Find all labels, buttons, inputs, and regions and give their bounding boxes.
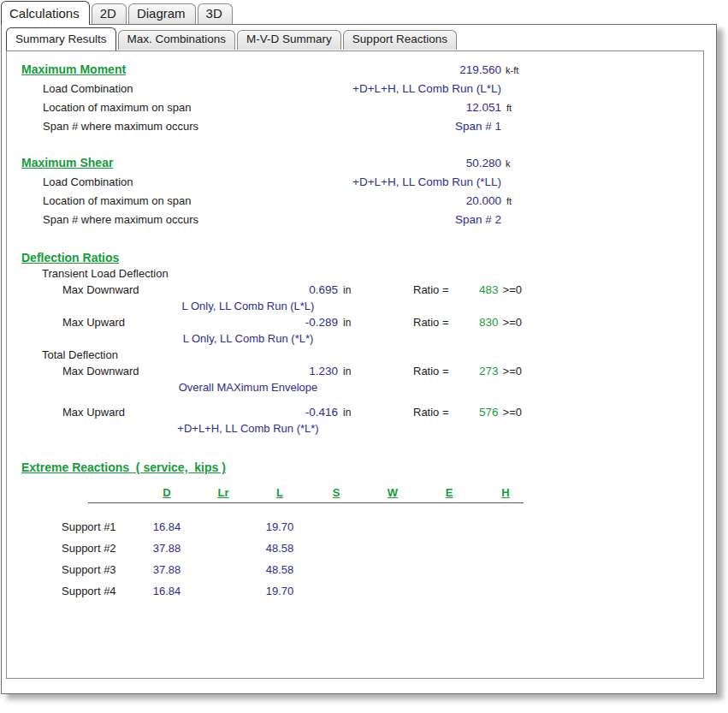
governing-combination: L Only, LL Comb Run (L*L) [62, 300, 434, 316]
column-header-l: L [252, 486, 308, 501]
reaction-cell [477, 597, 534, 600]
main-tab-bar: Calculations 2D Diagram 3D [1, 1, 233, 24]
row-value: Span # 1 [455, 120, 501, 133]
row-label: Span # where maximum occurs [21, 120, 198, 133]
reaction-cell [308, 576, 364, 579]
shear-load-combination-row: Load Combination +D+L+H, LL Comb Run (*L… [21, 175, 540, 194]
transient-max-upward-row: Max Upward -0.289 in Ratio = 830 >=0 [21, 316, 540, 332]
column-header-s: S [308, 486, 364, 501]
reaction-cell [308, 555, 364, 557]
tab-max-combinations[interactable]: Max. Combinations [118, 30, 236, 50]
ratio-suffix: >=0 [499, 406, 522, 419]
tab-mvd-summary[interactable]: M-V-D Summary [237, 30, 341, 50]
table-row: Support #4 16.84 19.70 [62, 579, 540, 600]
tab-diagram[interactable]: Diagram [128, 3, 196, 24]
deflection-value: 1.230 [191, 365, 338, 377]
deflection-unit: in [338, 317, 369, 329]
maximum-moment-row: Maximum Moment 219.560 k-ft [21, 62, 540, 79]
reaction-cell [308, 533, 364, 536]
tab-calculations[interactable]: Calculations [1, 1, 90, 25]
row-label: Max Downward [21, 283, 191, 296]
deflection-ratios-title: Deflection Ratios [21, 251, 119, 264]
calculations-window: Calculations 2D Diagram 3D Summary Resul… [0, 0, 728, 713]
reaction-cell [477, 555, 534, 557]
deflection-unit: in [338, 407, 369, 419]
ratio-suffix: >=0 [499, 283, 522, 296]
reaction-cell [364, 533, 421, 536]
ratio-value: 830 [449, 316, 499, 329]
row-unit: ft [501, 103, 540, 113]
row-value: 20.000 [466, 194, 501, 207]
tab-support-reactions[interactable]: Support Reactions [343, 30, 457, 50]
reaction-cell: 19.70 [252, 585, 308, 600]
summary-results-panel: Maximum Moment 219.560 k-ft Load Combina… [6, 51, 704, 679]
tab-summary-results[interactable]: Summary Results [6, 27, 116, 51]
moment-location-row: Location of maximum on span 12.051 ft [21, 101, 540, 120]
reaction-cell [421, 576, 477, 579]
moment-load-combination-row: Load Combination +D+L+H, LL Comb Run (L*… [21, 82, 540, 101]
reaction-cell [364, 555, 421, 557]
reaction-cell [195, 533, 252, 536]
tab-3d[interactable]: 3D [198, 3, 233, 24]
maximum-moment-title: Maximum Moment [21, 62, 126, 76]
summary-content: Maximum Moment 219.560 k-ft Load Combina… [21, 62, 540, 600]
total-max-downward-row: Max Downward 1.230 in Ratio = 273 >=0 [21, 365, 540, 381]
reaction-cell [477, 576, 534, 579]
governing-combination: +D+L+H, LL Comb Run (*L*) [62, 422, 434, 438]
table-row: Support #1 16.84 19.70 [62, 514, 540, 536]
column-header-lr: Lr [195, 486, 252, 501]
governing-combination: L Only, LL Comb Run (*L*) [62, 332, 434, 348]
governing-combination: Overall MAXimum Envelope [62, 381, 434, 397]
support-label: Support #4 [62, 585, 139, 600]
reaction-cell [308, 597, 364, 600]
maximum-moment-value: 219.560 [459, 63, 501, 76]
deflection-value: 0.695 [191, 283, 338, 296]
column-header-d: D [139, 486, 195, 501]
ratio-value: 576 [449, 406, 499, 419]
row-label: Span # where maximum occurs [21, 213, 198, 226]
ratio-label: Ratio = [413, 365, 449, 377]
ratio-label: Ratio = [413, 406, 449, 419]
table-row: Support #3 37.88 48.58 [62, 557, 540, 579]
ratio-value: 273 [449, 365, 499, 377]
transient-deflection-label: Transient Load Deflection [21, 267, 540, 283]
reaction-cell: 37.88 [139, 542, 195, 557]
reaction-cell [195, 555, 252, 557]
column-header-w: W [364, 486, 421, 501]
reaction-cell: 48.58 [252, 563, 308, 579]
deflection-ratios-row: Deflection Ratios [21, 251, 540, 267]
reaction-cell: 48.58 [252, 542, 308, 557]
table-row: Support #2 37.88 48.58 [62, 536, 540, 557]
deflection-unit: in [338, 284, 369, 296]
deflection-value: -0.289 [191, 316, 338, 329]
row-value: 12.051 [466, 101, 501, 114]
support-label: Support #2 [62, 542, 139, 557]
maximum-shear-title: Maximum Shear [21, 156, 113, 169]
ratio-suffix: >=0 [499, 365, 522, 377]
column-header-h: H [477, 486, 534, 501]
reactions-header-row: D Lr L S W E H [62, 486, 540, 501]
reaction-cell [421, 555, 477, 557]
tab-2d[interactable]: 2D [92, 3, 127, 24]
transient-max-downward-row: Max Downward 0.695 in Ratio = 483 >=0 [21, 283, 540, 300]
row-value: +D+L+H, LL Comb Run (L*L) [352, 82, 501, 95]
ratio-value: 483 [449, 283, 499, 296]
row-label: Max Downward [21, 365, 191, 377]
maximum-shear-unit: k [501, 158, 540, 169]
row-label: Max Upward [21, 316, 191, 329]
reaction-cell [364, 576, 421, 579]
reaction-cell: 19.70 [252, 520, 308, 536]
reaction-cell [364, 597, 421, 600]
row-label: Location of maximum on span [21, 194, 191, 207]
shear-location-row: Location of maximum on span 20.000 ft [21, 194, 540, 213]
maximum-shear-row: Maximum Shear 50.280 k [21, 156, 540, 172]
row-label: Location of maximum on span [21, 101, 191, 114]
maximum-shear-value: 50.280 [466, 157, 501, 169]
deflection-value: -0.416 [191, 406, 338, 419]
reaction-cell [477, 533, 534, 536]
reaction-cell: 16.84 [139, 520, 195, 536]
results-tab-bar: Summary Results Max. Combinations M-V-D … [6, 27, 457, 50]
column-header-e: E [421, 486, 477, 501]
ratio-label: Ratio = [413, 283, 449, 296]
reaction-cell: 16.84 [139, 585, 195, 600]
